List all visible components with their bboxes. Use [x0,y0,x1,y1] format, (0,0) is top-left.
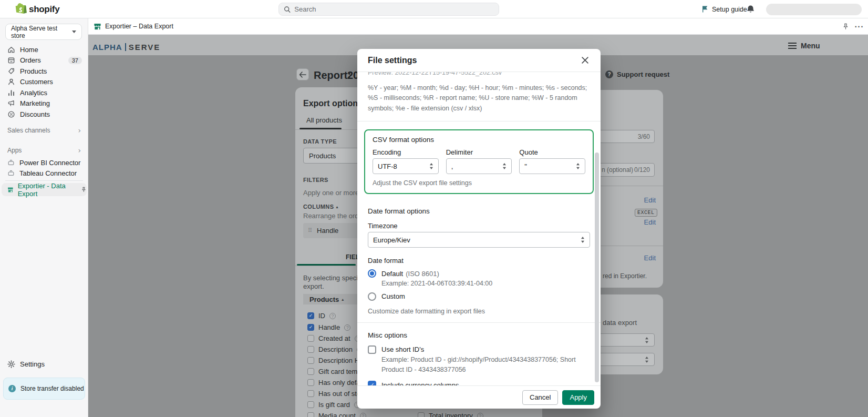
support-request-link[interactable]: ? Support request [605,70,669,78]
csv-section-title: CSV format options [373,136,585,144]
tab-all-products[interactable]: All products [306,116,342,124]
date-section-hint: Customize date formatting in export file… [368,308,590,315]
app-menu-button[interactable]: Menu [788,41,820,50]
radio-default[interactable] [368,269,376,278]
field-checkbox[interactable] [307,324,314,331]
field-checkbox[interactable] [307,412,314,417]
notifications-button[interactable] [746,5,755,14]
sidebar: Alpha Serve test store Home Orders 37 Pr… [0,18,88,417]
app-tab[interactable]: Exportier – Data Export [94,18,173,34]
field-row[interactable]: ID ? [307,312,336,320]
back-button[interactable] [296,68,309,80]
sidebar-item-customers[interactable]: Customers [0,77,88,88]
sidebar-item-exportier[interactable]: Exportier - Data Export [2,183,87,196]
apply-button[interactable]: Apply [562,390,594,405]
checkbox-currency-columns[interactable] [368,381,376,385]
global-search[interactable] [278,3,499,16]
field-help-icon[interactable]: ? [329,313,336,319]
field-row[interactable]: Media count ? [307,412,366,417]
sidebar-item-marketing[interactable]: Marketing [0,98,88,109]
encoding-label: Encoding [373,148,439,156]
gear-icon [7,360,15,368]
field-checkbox[interactable] [307,312,314,319]
description-char-counter: 0/120 [634,166,650,174]
quote-label: Quote [519,148,585,156]
field-row[interactable]: Created at ? [307,334,361,342]
sidebar-item-analytics[interactable]: Analytics [0,87,88,98]
field-checkbox[interactable] [307,346,314,353]
stored-note: red in Exportier. [603,272,647,280]
pin-icon[interactable] [842,23,849,30]
field-checkbox[interactable] [307,379,314,386]
date-default-example: Example: 2021-04-06T03:39:41-04:00 [381,279,590,289]
field-checkbox[interactable] [307,335,314,342]
field-label: Total inventory [429,412,473,417]
account-menu[interactable] [766,4,862,15]
sidebar-item-settings[interactable]: Settings [0,359,88,369]
search-input[interactable] [294,5,494,13]
modal-footer: Cancel Apply [357,385,601,409]
field-checkbox[interactable] [307,368,314,375]
edit-link[interactable]: Edit [644,254,656,262]
columns-section-toggle[interactable]: COLUMNS ▴ [303,204,338,210]
home-icon [7,46,15,54]
edit-link[interactable]: Edit [644,218,656,226]
field-help-icon[interactable]: ? [477,413,483,417]
field-help-icon[interactable]: ? [344,324,350,331]
quote-select[interactable]: " [519,158,585,174]
close-button[interactable] [577,53,592,68]
report-heading-label: Report: [314,69,351,82]
delimiter-select[interactable]: , [446,158,512,174]
encoding-select[interactable]: UTF-8 [373,158,439,174]
modal-header: File settings [357,49,601,72]
store-switcher[interactable]: Alpha Serve test store [5,24,82,40]
sidebar-item-tableau-connector[interactable]: Tableau Connector [0,168,88,178]
select-stepper-icon [645,337,649,344]
checkbox-row-currency[interactable]: Include currency columns [368,381,590,385]
data-type-value: Products [309,152,336,160]
field-checkbox[interactable] [307,357,314,364]
sidebar-item-discounts[interactable]: Discounts [0,109,88,120]
sidebar-item-products[interactable]: Products [0,66,88,77]
sidebar-item-home[interactable]: Home [0,44,88,55]
shopify-wordmark: shopify [29,4,59,15]
sidebar-item-power-bi-connector[interactable]: Power BI Connector [0,157,88,168]
checkbox-row-short-ids[interactable]: Use short ID's [368,345,590,354]
orders-count-badge: 37 [68,57,82,64]
radio-row-default[interactable]: Default (ISO 8601) [368,269,590,278]
cancel-button[interactable]: Cancel [522,390,558,405]
bar-chart-icon [7,89,15,97]
field-row[interactable]: Description ? [307,345,363,353]
field-row[interactable]: Has out of stoc [307,390,364,398]
modal-scrollbar-thumb[interactable] [595,152,599,382]
misc-section-title: Misc options [368,331,590,339]
short-ids-example: Example: Product ID - gid://shopify/Prod… [381,355,590,375]
sidebar-item-orders[interactable]: Orders 37 [0,55,88,66]
field-checkbox[interactable] [418,412,425,417]
sidebar-section-sales-channels[interactable]: Sales channels › [0,126,88,134]
sidebar-section-apps[interactable]: Apps › [0,146,88,154]
field-row[interactable]: Handle ? [307,323,350,331]
checkbox-short-ids[interactable] [368,345,376,354]
drag-handle-icon[interactable]: ⠿ [308,227,312,234]
currency-columns-label: Include currency columns [381,381,459,385]
overflow-menu-icon[interactable]: ··· [854,23,864,30]
setup-guide-button[interactable]: Setup guide [701,0,747,18]
field-row[interactable]: Total inventory ? [418,412,483,417]
sidebar-item-label: Analytics [20,89,47,97]
fields-hint-2: export. [303,282,324,290]
field-help-icon[interactable]: ? [360,413,366,417]
edit-link[interactable]: Edit [644,196,656,204]
filename-tokens-help: %Y - year; %M - month; %d - day; %H - ho… [368,83,590,114]
field-checkbox[interactable] [307,401,314,408]
puzzle-icon [7,169,15,177]
field-checkbox[interactable] [307,390,314,397]
pin-icon[interactable] [81,186,87,193]
description-placeholder: n (optional) [602,166,633,174]
date-format-options-section: Date format options Timezone Europe/Kiev… [368,207,590,315]
timezone-select[interactable]: Europe/Kiev [368,232,590,248]
field-row[interactable]: Is gift card ? [307,401,360,409]
shopify-logo: shopify [15,3,59,16]
radio-custom[interactable] [368,292,376,301]
radio-row-custom[interactable]: Custom [368,292,590,301]
